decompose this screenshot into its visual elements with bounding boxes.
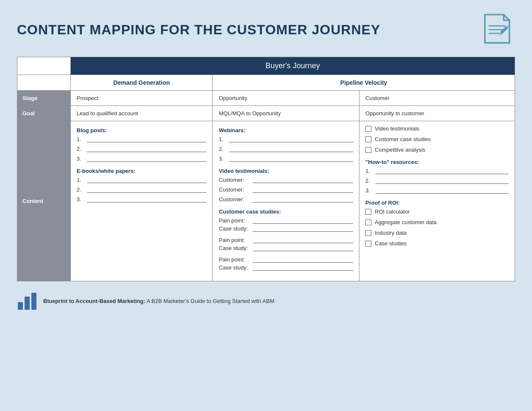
- list-item: 2.: [219, 146, 353, 152]
- goal-row: Goal Lead to qualified account MQL/MQA t…: [17, 106, 515, 121]
- footer-bold-text: Blueprint to Account-Based Marketing:: [43, 298, 145, 304]
- list-item: 1.: [77, 136, 206, 142]
- customer-case-studies-block: Customer case studies: Pain point: Case …: [219, 208, 353, 271]
- checkbox-label: Customer case studies: [375, 136, 431, 142]
- case-study-field-1: Case study:: [219, 225, 353, 232]
- stage-row: Stage Prospect Opportunity Customer: [17, 91, 515, 106]
- buyers-journey-header: Buyer's Journey: [70, 57, 515, 75]
- list-item: 3.: [77, 196, 206, 203]
- goal-demand-cell: Lead to qualified account: [70, 106, 212, 121]
- list-item: 3.: [219, 156, 353, 162]
- checkbox-icon: [365, 126, 371, 132]
- checkbox-icon: [365, 219, 371, 225]
- checkbox-label: Competitive analysis: [375, 147, 425, 153]
- customer-field-2: Customer:: [219, 186, 353, 193]
- demand-generation-header: Demand Generation: [70, 75, 212, 91]
- list-item: 2.: [77, 186, 206, 193]
- case-studies-title: Customer case studies:: [219, 208, 353, 215]
- pain-point-field-2: Pain point:: [219, 237, 353, 243]
- case-study-field-2: Case study:: [219, 245, 353, 251]
- checkbox-icon: [365, 241, 371, 247]
- howto-list: 1. 2. 3.: [365, 168, 509, 194]
- blog-posts-list: 1. 2. 3.: [77, 136, 206, 162]
- page-footer: Blueprint to Account-Based Marketing: A …: [17, 288, 515, 311]
- checkbox-label: Aggregate customer data: [375, 219, 437, 225]
- list-item: 1.: [365, 168, 509, 174]
- checkbox-aggregate-customer-data: Aggregate customer data: [365, 219, 509, 225]
- goal-customer-cell: Opportunity to customer: [359, 106, 515, 121]
- checkbox-case-studies: Case studies: [365, 240, 509, 247]
- customer-checkboxes-1-block: Video testimonials Customer case studies…: [365, 125, 509, 153]
- stage-label: Stage: [17, 91, 71, 106]
- customer-field-1: Customer:: [219, 177, 353, 183]
- webinars-block: Webinars: 1. 2. 3.: [219, 127, 353, 162]
- content-opportunity-cell: Webinars: 1. 2. 3. Video testimonials: C…: [213, 121, 359, 281]
- checkbox-icon: [365, 147, 371, 153]
- table-subheader-empty: [17, 75, 71, 91]
- footer-text: Blueprint to Account-Based Marketing: A …: [43, 298, 274, 304]
- ebooks-block: E-books/white papers: 1. 2. 3.: [77, 168, 206, 203]
- video-testimonials-title: Video testimonials:: [219, 168, 353, 174]
- list-item: 1.: [77, 177, 206, 183]
- checkbox-icon: [365, 230, 371, 236]
- checkbox-industry-data: Industry data: [365, 230, 509, 236]
- checkbox-label: Industry data: [375, 230, 407, 236]
- footer-logo-icon: [17, 292, 38, 311]
- checkbox-competitive-analysis: Competitive analysis: [365, 147, 509, 153]
- pain-point-field-1: Pain point:: [219, 217, 353, 224]
- content-row: Content Blog posts: 1. 2. 3. E-books/whi…: [17, 121, 515, 281]
- checkbox-video-testimonials: Video testimonials: [365, 125, 509, 132]
- content-mapping-table: Buyer's Journey Demand Generation Pipeli…: [17, 57, 515, 281]
- webinars-title: Webinars:: [219, 127, 353, 133]
- document-edit-icon: [481, 13, 515, 47]
- list-item: 3.: [365, 187, 509, 194]
- proof-title: Proof of ROI:: [365, 200, 509, 206]
- video-testimonials-block: Video testimonials: Customer: Customer: …: [219, 168, 353, 203]
- blog-posts-title: Blog posts:: [77, 127, 206, 133]
- page-title: CONTENT MAPPING FOR THE CUSTOMER JOURNEY: [17, 22, 380, 38]
- checkbox-roi-calculator: ROI calculator: [365, 208, 509, 215]
- goal-label: Goal: [17, 106, 71, 121]
- case-study-field-3: Case study:: [219, 264, 353, 271]
- checkbox-label: Case studies: [375, 240, 407, 247]
- stage-customer-cell: Customer: [359, 91, 515, 106]
- howto-title: "How-to" resources:: [365, 159, 509, 165]
- checkbox-icon: [365, 136, 371, 142]
- checkbox-customer-case-studies: Customer case studies: [365, 136, 509, 142]
- customer-field-3: Customer:: [219, 196, 353, 203]
- list-item: 3.: [77, 156, 206, 162]
- page-header: CONTENT MAPPING FOR THE CUSTOMER JOURNEY: [17, 13, 515, 47]
- table-corner-empty: [17, 57, 71, 75]
- howto-block: "How-to" resources: 1. 2. 3.: [365, 159, 509, 194]
- checkbox-icon: [365, 209, 371, 215]
- list-item: 2.: [77, 146, 206, 152]
- stage-opportunity-cell: Opportunity: [213, 91, 359, 106]
- svg-rect-8: [25, 297, 30, 310]
- proof-of-roi-block: Proof of ROI: ROI calculator Aggregate c…: [365, 200, 509, 247]
- ebooks-title: E-books/white papers:: [77, 168, 206, 174]
- svg-rect-7: [18, 302, 23, 310]
- ebooks-list: 1. 2. 3.: [77, 177, 206, 203]
- list-item: 1.: [219, 136, 353, 142]
- content-label: Content: [17, 121, 71, 281]
- content-customer-cell: Video testimonials Customer case studies…: [359, 121, 515, 281]
- checkbox-label: ROI calculator: [375, 208, 409, 215]
- pain-point-field-3: Pain point:: [219, 256, 353, 263]
- pipeline-velocity-header: Pipeline Velocity: [213, 75, 515, 91]
- list-item: 2.: [365, 178, 509, 184]
- webinars-list: 1. 2. 3.: [219, 136, 353, 162]
- footer-regular-text: A B2B Marketer's Guide to Getting Starte…: [145, 298, 275, 304]
- blog-posts-block: Blog posts: 1. 2. 3.: [77, 127, 206, 162]
- stage-demand-cell: Prospect: [70, 91, 212, 106]
- svg-rect-9: [31, 293, 36, 310]
- content-demand-cell: Blog posts: 1. 2. 3. E-books/white paper…: [70, 121, 212, 281]
- checkbox-label: Video testimonials: [375, 125, 419, 132]
- goal-opportunity-cell: MQL/MQA to Opportunity: [213, 106, 359, 121]
